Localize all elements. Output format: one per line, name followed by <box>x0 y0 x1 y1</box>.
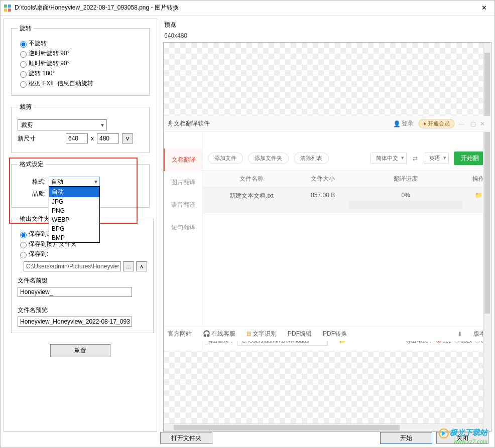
rotate-exif-radio[interactable] <box>20 81 27 88</box>
headset-icon: 🎧 <box>203 330 210 337</box>
name-preview-field <box>18 317 132 327</box>
format-option-bpg[interactable]: BPG <box>49 224 99 233</box>
crop-group: 裁剪 裁剪 新尺寸 x v <box>11 103 150 153</box>
start-button[interactable]: 开始 <box>380 432 432 444</box>
save-pic-radio[interactable] <box>20 242 27 248</box>
inner-close-button[interactable]: ✕ <box>480 120 485 127</box>
preview-dimensions: 640x480 <box>164 32 491 39</box>
link-official-site[interactable]: 官方网站 <box>168 330 192 338</box>
inner-titlebar: 舟文档翻译软件 👤 登录 ♦ 开通会员 — ▢ ✕ <box>164 116 491 132</box>
format-group: 格式设定 格式: 自动 自动 JPG PNG WEBP BPG BMP <box>11 160 150 208</box>
browse-button[interactable]: ... <box>123 261 134 271</box>
format-label: 格式: <box>18 178 46 186</box>
path-history-button[interactable]: ∧ <box>136 261 147 271</box>
name-preview-label: 文件名预览 <box>18 306 147 315</box>
vip-badge[interactable]: ♦ 开通会员 <box>419 119 454 128</box>
rotate-none-radio[interactable] <box>20 41 27 48</box>
sidebar-img-translate[interactable]: 图片翻译 <box>164 171 202 194</box>
format-select[interactable]: 自动 <box>49 177 100 187</box>
svg-rect-2 <box>4 9 7 12</box>
format-option-bmp[interactable]: BMP <box>49 233 99 242</box>
format-legend: 格式设定 <box>18 160 46 169</box>
inner-min-button[interactable]: — <box>458 120 464 127</box>
crop-legend: 裁剪 <box>18 103 34 111</box>
cell-filename: 新建文本文档.txt <box>203 188 300 213</box>
close-dialog-button[interactable]: 关闭 <box>436 432 488 444</box>
rotate-exif-label: 根据 EXIF 信息自动旋转 <box>29 79 93 88</box>
titlebar: D:\tools\桌面\Honeyview_2022-08-17_093058.… <box>1 1 494 16</box>
rotate-180-radio[interactable] <box>20 71 27 78</box>
svg-rect-0 <box>4 5 7 8</box>
format-option-jpg[interactable]: JPG <box>49 197 99 206</box>
inner-sidebar: 文档翻译 图片翻译 语音翻译 短句翻译 <box>164 132 203 351</box>
preview-heading: 预览 <box>164 21 491 29</box>
svg-rect-3 <box>8 9 11 12</box>
cell-progress: 0% <box>345 188 466 213</box>
inner-bottom-links: 官方网站 🎧在线客服 ⊞文字识别 PDF编辑 PDF转换 ⬇ 版本: <box>164 326 491 341</box>
save-orig-radio[interactable] <box>20 232 27 238</box>
user-icon: 👤 <box>393 120 401 127</box>
app-icon <box>4 4 12 12</box>
inner-toolbar: 添加文件 添加文件夹 清除列表 简体中文 ⇄ 英语 开始翻 <box>203 147 491 171</box>
rotate-cw90-radio[interactable] <box>20 61 27 68</box>
height-input[interactable] <box>97 133 119 143</box>
inner-max-button[interactable]: ▢ <box>470 120 476 127</box>
close-button[interactable]: ✕ <box>476 4 491 12</box>
format-option-auto[interactable]: 自动 <box>49 187 99 197</box>
login-link[interactable]: 登录 <box>402 119 414 128</box>
format-option-webp[interactable]: WEBP <box>49 215 99 224</box>
rotate-ccw90-radio[interactable] <box>20 51 27 58</box>
open-folder-button[interactable]: 打开文件夹 <box>160 432 212 444</box>
svg-rect-1 <box>8 5 11 8</box>
swap-langs-button[interactable]: ⇄ <box>412 155 419 162</box>
x-sep: x <box>91 135 94 142</box>
table-header: 文件名称 文件大小 翻译进度 操作 <box>203 171 491 188</box>
link-pdf-edit[interactable]: PDF编辑 <box>288 330 312 338</box>
clear-list-button[interactable]: 清除列表 <box>294 153 329 164</box>
download-icon[interactable]: ⬇ <box>457 331 462 338</box>
sidebar-audio-translate[interactable]: 语音翻译 <box>164 194 202 216</box>
quality-label: 品质: <box>18 190 46 198</box>
preview-area: 舟文档翻译软件 👤 登录 ♦ 开通会员 — ▢ ✕ 文档翻译 图片翻译 语音翻译… <box>163 42 491 432</box>
ocr-icon: ⊞ <box>246 330 252 337</box>
progress-bar <box>348 201 463 209</box>
sidebar-doc-translate[interactable]: 文档翻译 <box>164 148 202 171</box>
save-path-input <box>24 261 121 271</box>
col-progress: 翻译进度 <box>345 171 466 187</box>
rotate-none-label: 不旋转 <box>29 39 47 48</box>
inner-app-title: 舟文档翻译软件 <box>168 119 393 128</box>
link-ocr[interactable]: ⊞文字识别 <box>246 330 277 338</box>
size-preset-button[interactable]: v <box>122 133 133 143</box>
new-size-label: 新尺寸 <box>18 134 46 143</box>
crop-mode-select[interactable]: 裁剪 <box>18 119 107 130</box>
save-to-radio[interactable] <box>20 252 27 258</box>
source-lang-select[interactable]: 简体中文 <box>370 153 407 164</box>
format-dropdown-list: 自动 JPG PNG WEBP BPG BMP <box>49 186 100 243</box>
inner-window: 文档翻译 图片翻译 语音翻译 短句翻译 添加文件 添加文件夹 清除列表 简体中文… <box>164 116 491 351</box>
rotate-180-label: 旋转 180° <box>29 69 55 78</box>
window-title: D:\tools\桌面\Honeyview_2022-08-17_093058.… <box>15 4 476 12</box>
table-row[interactable]: 新建文本文档.txt 857.00 B 0% 📁 <box>203 188 491 213</box>
save-to-label: 保存到: <box>29 250 48 258</box>
prefix-label: 文件名前缀 <box>18 276 147 285</box>
format-option-png[interactable]: PNG <box>49 206 99 215</box>
col-filename: 文件名称 <box>203 171 300 187</box>
output-legend: 输出文件夹 <box>18 215 52 223</box>
reset-button[interactable]: 重置 <box>50 344 110 357</box>
cell-filesize: 857.00 B <box>300 188 345 213</box>
width-input[interactable] <box>66 133 88 143</box>
sidebar-sentence-translate[interactable]: 短句翻译 <box>164 216 202 239</box>
prefix-input[interactable] <box>18 287 132 297</box>
add-folder-button[interactable]: 添加文件夹 <box>248 153 289 164</box>
col-filesize: 文件大小 <box>300 171 345 187</box>
rotate-group: 旋转 不旋转 逆时针旋转 90° 顺时针旋转 90° 旋转 180° 根据 EX… <box>11 24 150 96</box>
start-translate-button[interactable]: 开始翻 <box>454 152 486 165</box>
rotate-legend: 旋转 <box>18 24 34 33</box>
rotate-ccw90-label: 逆时针旋转 90° <box>29 49 69 58</box>
preview-vertical-scrollbar[interactable] <box>483 43 491 431</box>
link-pdf-convert[interactable]: PDF转换 <box>323 330 347 338</box>
link-customer-service[interactable]: 🎧在线客服 <box>203 330 235 338</box>
add-file-button[interactable]: 添加文件 <box>208 153 243 164</box>
target-lang-select[interactable]: 英语 <box>424 153 449 164</box>
rotate-cw90-label: 顺时针旋转 90° <box>29 59 69 68</box>
